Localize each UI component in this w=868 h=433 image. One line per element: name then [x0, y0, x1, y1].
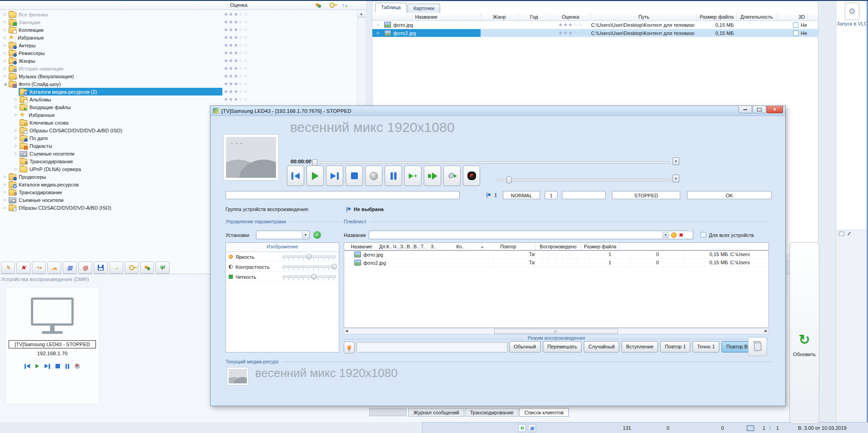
- tree-item[interactable]: ▷ Коллекции ★★★☆☆: [0, 26, 356, 34]
- mode-button[interactable]: Вступление: [622, 341, 658, 352]
- dmr-device-card[interactable]: [TV]Samsung LED43 - STOPPED 192.168.1.70: [5, 287, 99, 404]
- mute-button[interactable]: [463, 166, 480, 186]
- key-icon[interactable]: [125, 262, 139, 274]
- position-slider[interactable]: [311, 158, 670, 166]
- playlist-column-header[interactable]: Длительность: [379, 243, 386, 250]
- chevron-down-icon[interactable]: ▼: [302, 232, 309, 238]
- expander-icon[interactable]: ▷: [2, 198, 8, 202]
- previous-button[interactable]: [287, 166, 304, 186]
- mode-button[interactable]: Перемешать: [543, 341, 582, 352]
- expander-icon[interactable]: ▷: [13, 151, 19, 156]
- expander-icon[interactable]: ◢: [2, 82, 8, 86]
- chevron-down-icon[interactable]: ▼: [662, 232, 669, 238]
- rating-stars[interactable]: ★★★☆☆: [224, 11, 248, 17]
- column-header[interactable]: 3D: [777, 13, 808, 20]
- previous-button[interactable]: [25, 364, 30, 369]
- expander-icon[interactable]: ▷: [2, 206, 8, 210]
- playlist-column-header[interactable]: В..: [413, 243, 420, 250]
- balloon-pin-button[interactable]: [344, 342, 355, 353]
- playlist-column-header[interactable]: [619, 243, 620, 250]
- rating-stars[interactable]: ★★★☆☆: [224, 42, 248, 48]
- folder-open-icon[interactable]: →: [109, 262, 123, 274]
- tree-item[interactable]: ▷ Режиссеры ★★★☆☆: [0, 49, 356, 57]
- expander-icon[interactable]: ▷: [2, 66, 8, 70]
- expander-icon[interactable]: ▷: [13, 128, 19, 132]
- save-icon[interactable]: [94, 262, 108, 274]
- bottom-tab[interactable]: Транскодирование: [465, 408, 519, 417]
- expander-icon[interactable]: ▷: [2, 43, 8, 47]
- expander-icon[interactable]: ▷: [2, 35, 8, 40]
- rating-stars[interactable]: ★★★☆☆: [224, 58, 248, 64]
- playlist-name-combobox[interactable]: ▼ ✖: [369, 231, 693, 239]
- mode-button[interactable]: Точно 1: [692, 341, 719, 352]
- bottom-tab[interactable]: Журнал сообщений: [408, 408, 464, 417]
- setting-slider[interactable]: [282, 263, 336, 271]
- folder-move-icon[interactable]: ↪: [32, 262, 46, 274]
- rating-stars[interactable]: ★★★☆☆: [550, 22, 591, 28]
- column-header[interactable]: Жанр: [481, 13, 518, 20]
- dialog-titlebar[interactable]: [TV]Samsung LED43 - [192.168.1.70:7676] …: [211, 106, 785, 116]
- expander-icon[interactable]: ▷: [13, 167, 19, 171]
- rating-stars[interactable]: ★★★☆☆: [550, 30, 591, 36]
- maximize-button[interactable]: [753, 106, 766, 113]
- users-icon[interactable]: [140, 262, 154, 274]
- close-button[interactable]: ×: [767, 106, 783, 113]
- playlist-column-header[interactable]: В..: [406, 243, 413, 250]
- rating-stars[interactable]: ★★★☆☆: [224, 35, 248, 40]
- column-header[interactable]: Год: [518, 13, 550, 20]
- column-header[interactable]: Размер файла: [697, 13, 737, 20]
- help-icon[interactable]: ◎: [78, 262, 92, 274]
- next-button[interactable]: [326, 166, 343, 186]
- file-name-cell[interactable]: фото2.jpg: [384, 29, 481, 37]
- rating-stars[interactable]: ★★★☆☆: [224, 50, 248, 56]
- table-icon[interactable]: ▦: [528, 424, 536, 432]
- playlist-column-header[interactable]: Размер файла: [581, 243, 619, 250]
- rating-stars[interactable]: ★★★☆☆: [224, 73, 248, 79]
- pause-button[interactable]: [385, 166, 402, 186]
- all-devices-checkbox[interactable]: [701, 232, 706, 237]
- tree-item[interactable]: Каталоги медиа-ресурсов (2) ★★★☆☆: [0, 88, 356, 96]
- playlist-column-header[interactable]: З..: [427, 243, 440, 250]
- expander-icon[interactable]: ▷: [372, 29, 384, 37]
- 3d-checkbox[interactable]: [793, 30, 798, 36]
- expander-icon[interactable]: ▷: [2, 74, 8, 78]
- play-button[interactable]: [35, 364, 39, 368]
- expander-icon[interactable]: ▷: [13, 97, 19, 101]
- table-row[interactable]: ▷ фото2.jpg ★★★☆☆ C:\Users\User\Desktop\…: [372, 29, 818, 37]
- folder-edit-icon[interactable]: ✎: [1, 262, 15, 274]
- tree-item[interactable]: ▷ Альбомы ★★★☆☆: [0, 96, 356, 103]
- expander-icon[interactable]: ▷: [2, 190, 8, 194]
- folder-delete-icon[interactable]: ✖: [16, 262, 30, 274]
- tree-item[interactable]: ▷ Закладки ★★★☆☆: [0, 18, 356, 26]
- rating-stars[interactable]: ★★★☆☆: [224, 65, 248, 71]
- playlist-horizontal-scrollbar[interactable]: ◀ ▶: [344, 328, 769, 334]
- stop-button[interactable]: [55, 364, 60, 368]
- sort-ascending-icon[interactable]: ↑: [340, 2, 349, 9]
- rating-column-header[interactable]: Оценка: [221, 2, 256, 8]
- scroll-right-icon[interactable]: ▶: [765, 329, 768, 333]
- expander-icon[interactable]: ▷: [372, 21, 384, 29]
- rating-stars[interactable]: ★★★☆☆: [224, 19, 248, 25]
- expander-icon[interactable]: ▷: [13, 105, 19, 109]
- rating-stars[interactable]: ★★★☆☆: [224, 27, 248, 33]
- refresh-clients-button[interactable]: ↻ Обновить: [789, 242, 819, 424]
- playlist-refresh-icon[interactable]: ↻: [518, 424, 526, 432]
- chevron-down-icon[interactable]: ▼: [672, 157, 679, 165]
- scroll-left-icon[interactable]: ◀: [345, 329, 348, 333]
- playlist-column-header[interactable]: Воспроизведено: [536, 243, 581, 250]
- users-icon[interactable]: [314, 2, 323, 9]
- tree-item[interactable]: ▷ Актеры ★★★☆☆: [0, 41, 356, 49]
- key-icon[interactable]: [327, 2, 336, 9]
- expander-icon[interactable]: ▷: [13, 113, 19, 117]
- expander-icon[interactable]: ▷: [2, 28, 8, 32]
- expander-icon[interactable]: ▷: [2, 51, 8, 55]
- playlist-column-header[interactable]: К..: [386, 243, 393, 250]
- playlist-column-header[interactable]: Ч..: [393, 243, 400, 250]
- tree-item[interactable]: ◢ Фото (Слайд-шоу) ★★★☆☆: [0, 80, 356, 88]
- weather-icon[interactable]: ☁: [47, 262, 61, 274]
- column-header[interactable]: Путь: [591, 13, 697, 20]
- playlist-row[interactable]: фото.jpg Тат 1 0 0,15 МБ C:\Users: [344, 251, 768, 259]
- panel-restore-icon[interactable]: [839, 232, 844, 236]
- vlc-launch-label[interactable]: Запуск в VLC: [836, 21, 868, 26]
- transcode-settings-button[interactable]: ⚙: [443, 166, 461, 186]
